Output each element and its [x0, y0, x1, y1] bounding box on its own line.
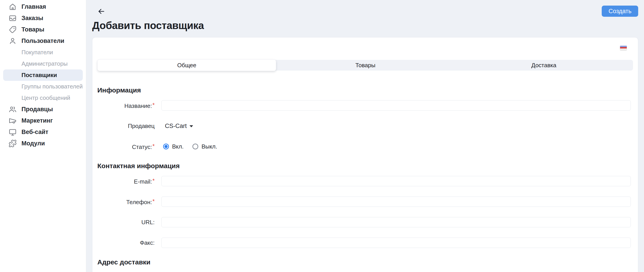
sidebar-item-label: Маркетинг [22, 117, 53, 124]
status-off-label: Выкл. [202, 143, 217, 150]
status-radio-off[interactable]: Выкл. [192, 143, 217, 150]
form-row-fax: Факс: [97, 238, 633, 248]
form-row-status: Статус:* Вкл. Выкл. [97, 141, 633, 152]
back-button[interactable] [97, 7, 106, 16]
form-row-email: E-mail:* [97, 176, 633, 186]
sidebar-subitem-label: Покупатели [22, 49, 53, 56]
required-mark: * [152, 102, 154, 108]
url-label: URL: [97, 219, 154, 226]
inbox-icon [8, 14, 17, 22]
home-icon [8, 3, 17, 11]
name-input[interactable] [161, 100, 631, 111]
users-icon [8, 105, 17, 114]
tag-icon [8, 25, 17, 34]
sidebar-item-modules[interactable]: Модули [0, 138, 86, 149]
vendor-label: Продавец [97, 122, 154, 130]
vendor-dropdown[interactable]: CS-Cart [165, 123, 193, 130]
supplier-form-card: Общее Товары Доставка Информация Названи… [92, 37, 638, 272]
sidebar-subitem-label: Администраторы [22, 60, 68, 67]
sidebar-item-label: Веб-сайт [22, 129, 48, 136]
status-label: Статус:* [97, 142, 154, 150]
sidebar-subitem-user-groups[interactable]: Группы пользователей [3, 81, 83, 92]
sidebar-item-label: Пользователи [22, 37, 64, 44]
sidebar-subitem-suppliers[interactable]: Поставщики [3, 69, 83, 81]
form-row-name: Название:* [97, 100, 633, 111]
user-icon [8, 37, 17, 45]
fax-input[interactable] [161, 238, 631, 248]
required-mark: * [152, 143, 154, 149]
arrow-left-icon [97, 7, 106, 16]
section-heading-information: Информация [97, 86, 633, 94]
fax-label: Факс: [97, 239, 154, 246]
monitor-icon [8, 128, 17, 136]
status-radio-on[interactable]: Вкл. [163, 143, 184, 150]
phone-label: Телефон:* [97, 198, 154, 206]
form-row-phone: Телефон:* [97, 197, 633, 207]
sidebar-item-label: Главная [22, 3, 46, 10]
sidebar-subitem-label: Центр сообщений [22, 95, 70, 101]
url-input[interactable] [161, 217, 631, 227]
sidebar-item-label: Товары [22, 26, 44, 33]
chevron-down-icon [190, 125, 193, 127]
vendor-selected-value: CS-Cart [165, 123, 187, 130]
form-tabs: Общее Товары Доставка [97, 60, 633, 71]
sidebar-subitem-message-center[interactable]: Центр сообщений [3, 92, 83, 104]
tab-general[interactable]: Общее [97, 59, 276, 71]
page-title: Добавить поставщика [92, 20, 638, 31]
sidebar-subitem-label: Группы пользователей [22, 83, 82, 90]
sidebar: Главная Заказы Товары Пользователи Покуп… [0, 0, 86, 272]
section-heading-shipping-address: Адрес доставки [97, 258, 633, 266]
radio-unchecked-icon [192, 143, 198, 149]
main-content: Создать Добавить поставщика Общее Товары… [86, 0, 644, 272]
email-input[interactable] [161, 176, 631, 186]
sidebar-item-home[interactable]: Главная [0, 1, 86, 12]
sidebar-item-users[interactable]: Пользователи [0, 35, 86, 47]
sidebar-subitem-label: Поставщики [22, 72, 57, 79]
status-radio-group: Вкл. Выкл. [163, 143, 217, 150]
language-flag-russian[interactable] [620, 46, 627, 50]
sidebar-item-orders[interactable]: Заказы [0, 12, 86, 24]
sidebar-item-marketing[interactable]: Маркетинг [0, 115, 86, 127]
sidebar-subitem-administrators[interactable]: Администраторы [3, 58, 83, 69]
sidebar-item-label: Модули [22, 140, 45, 147]
required-mark: * [152, 177, 154, 184]
name-label: Название:* [97, 101, 154, 110]
sidebar-item-products[interactable]: Товары [0, 24, 86, 35]
sidebar-item-website[interactable]: Веб-сайт [0, 127, 86, 138]
form-row-vendor: Продавец CS-Cart [97, 121, 633, 131]
sidebar-item-label: Заказы [22, 15, 43, 22]
puzzle-icon [8, 139, 17, 148]
sidebar-item-label: Продавцы [22, 106, 53, 113]
megaphone-icon [8, 117, 17, 125]
section-heading-contact: Контактная информация [97, 162, 633, 170]
required-mark: * [152, 198, 154, 204]
phone-input[interactable] [161, 197, 631, 207]
create-button[interactable]: Создать [602, 5, 638, 17]
email-label: E-mail:* [97, 177, 154, 185]
tab-products[interactable]: Товары [276, 60, 454, 71]
sidebar-subitem-customers[interactable]: Покупатели [3, 47, 83, 58]
sidebar-item-vendors[interactable]: Продавцы [0, 104, 86, 115]
radio-checked-icon [163, 143, 169, 149]
status-on-label: Вкл. [172, 143, 184, 150]
tab-shipping[interactable]: Доставка [455, 60, 633, 71]
form-row-url: URL: [97, 217, 633, 227]
